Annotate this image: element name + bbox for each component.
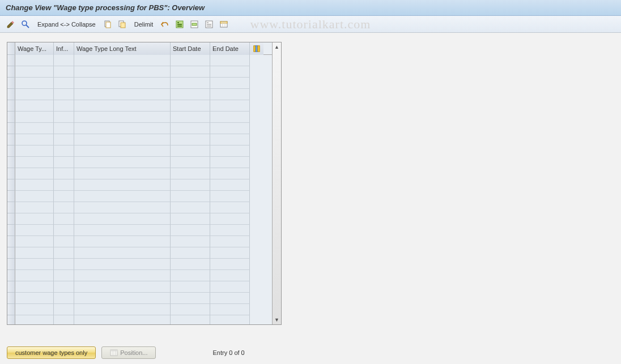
cell-end-date[interactable] (210, 55, 250, 66)
cell-wage-type[interactable] (15, 112, 54, 123)
cell-wage-type-long-text[interactable] (74, 259, 171, 270)
cell-inf[interactable] (54, 145, 74, 157)
table-row[interactable] (7, 202, 272, 213)
cell-wage-type[interactable] (15, 66, 54, 78)
configure-columns-icon[interactable] (250, 42, 263, 55)
cell-wage-type[interactable] (15, 157, 54, 168)
cell-inf[interactable] (54, 315, 74, 324)
cell-wage-type[interactable] (15, 247, 54, 259)
cell-inf[interactable] (54, 157, 74, 168)
table-row[interactable] (7, 281, 272, 293)
cell-wage-type[interactable] (15, 179, 54, 191)
row-selector[interactable] (7, 168, 15, 179)
cell-inf[interactable] (54, 247, 74, 259)
row-selector[interactable] (7, 100, 15, 112)
cell-start-date[interactable] (171, 259, 210, 270)
row-selector[interactable] (7, 304, 15, 315)
table-settings-icon[interactable] (218, 19, 230, 30)
row-selector[interactable] (7, 134, 15, 145)
row-selector[interactable] (7, 213, 15, 225)
cell-end-date[interactable] (210, 168, 250, 179)
cell-wage-type[interactable] (15, 304, 54, 315)
cell-inf[interactable] (54, 191, 74, 202)
row-selector[interactable] (7, 179, 15, 191)
cell-end-date[interactable] (210, 281, 250, 293)
row-selector[interactable] (7, 78, 15, 89)
table-row[interactable] (7, 191, 272, 202)
cell-inf[interactable] (54, 259, 74, 270)
table-row[interactable] (7, 304, 272, 315)
cell-wage-type[interactable] (15, 281, 54, 293)
cell-end-date[interactable] (210, 236, 250, 247)
row-selector[interactable] (7, 66, 15, 78)
table-row[interactable] (7, 293, 272, 304)
row-selector[interactable] (7, 247, 15, 259)
cell-inf[interactable] (54, 100, 74, 112)
table-row[interactable] (7, 157, 272, 168)
table-row[interactable] (7, 168, 272, 179)
cell-end-date[interactable] (210, 247, 250, 259)
cell-wage-type[interactable] (15, 236, 54, 247)
cell-wage-type[interactable] (15, 213, 54, 225)
cell-end-date[interactable] (210, 78, 250, 89)
cell-wage-type[interactable] (15, 270, 54, 281)
cell-wage-type[interactable] (15, 191, 54, 202)
cell-start-date[interactable] (171, 112, 210, 123)
cell-end-date[interactable] (210, 259, 250, 270)
cell-start-date[interactable] (171, 191, 210, 202)
cell-end-date[interactable] (210, 89, 250, 100)
delimit-button[interactable]: Delimit (131, 19, 157, 30)
cell-wage-type-long-text[interactable] (74, 304, 171, 315)
row-selector[interactable] (7, 281, 15, 293)
cell-wage-type-long-text[interactable] (74, 112, 171, 123)
table-row[interactable] (7, 213, 272, 225)
select-block-icon[interactable] (188, 19, 201, 30)
other-entry-icon[interactable] (19, 19, 32, 30)
column-header-start-date[interactable]: Start Date (171, 42, 210, 55)
table-row[interactable] (7, 225, 272, 236)
cell-wage-type-long-text[interactable] (74, 55, 171, 66)
position-button[interactable]: Position... (101, 346, 156, 359)
cell-wage-type[interactable] (15, 168, 54, 179)
table-row[interactable] (7, 89, 272, 100)
cell-end-date[interactable] (210, 145, 250, 157)
cell-start-date[interactable] (171, 157, 210, 168)
cell-wage-type[interactable] (15, 202, 54, 213)
cell-start-date[interactable] (171, 202, 210, 213)
cell-end-date[interactable] (210, 179, 250, 191)
cell-wage-type[interactable] (15, 134, 54, 145)
row-selector[interactable] (7, 191, 15, 202)
cell-inf[interactable] (54, 236, 74, 247)
cell-wage-type-long-text[interactable] (74, 89, 171, 100)
cell-wage-type-long-text[interactable] (74, 281, 171, 293)
cell-end-date[interactable] (210, 213, 250, 225)
cell-inf[interactable] (54, 213, 74, 225)
row-selector[interactable] (7, 270, 15, 281)
cell-start-date[interactable] (171, 168, 210, 179)
cell-start-date[interactable] (171, 225, 210, 236)
cell-wage-type-long-text[interactable] (74, 66, 171, 78)
row-selector[interactable] (7, 112, 15, 123)
cell-end-date[interactable] (210, 100, 250, 112)
cell-start-date[interactable] (171, 236, 210, 247)
customer-wage-types-button[interactable]: customer wage types only (7, 346, 96, 359)
cell-start-date[interactable] (171, 89, 210, 100)
table-row[interactable] (7, 179, 272, 191)
cell-start-date[interactable] (171, 304, 210, 315)
cell-inf[interactable] (54, 55, 74, 66)
copy-as-icon[interactable] (116, 19, 129, 30)
cell-inf[interactable] (54, 123, 74, 134)
cell-end-date[interactable] (210, 112, 250, 123)
cell-end-date[interactable] (210, 202, 250, 213)
row-selector[interactable] (7, 89, 15, 100)
select-all-icon[interactable] (173, 19, 186, 30)
cell-wage-type-long-text[interactable] (74, 179, 171, 191)
cell-inf[interactable] (54, 179, 74, 191)
row-selector[interactable] (7, 293, 15, 304)
cell-wage-type-long-text[interactable] (74, 236, 171, 247)
cell-start-date[interactable] (171, 213, 210, 225)
cell-inf[interactable] (54, 304, 74, 315)
cell-wage-type-long-text[interactable] (74, 145, 171, 157)
table-row[interactable] (7, 66, 272, 78)
row-selector[interactable] (7, 202, 15, 213)
